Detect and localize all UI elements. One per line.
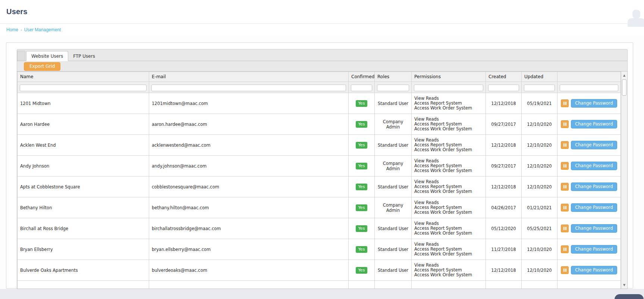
table-row: Bryan Ellsberrybryan.ellsberry@maac.comY…: [18, 239, 621, 260]
row-actions: Change Password: [557, 224, 621, 233]
filter-input-roles[interactable]: [377, 85, 409, 91]
filter-input-permissions[interactable]: [414, 85, 483, 91]
permissions-cell: View Reads: [412, 281, 486, 289]
column-header-actions[interactable]: [557, 72, 621, 82]
row-actions: Change Password: [557, 141, 621, 149]
role-cell: Standard User: [375, 135, 412, 156]
scrollbar-thumb[interactable]: [622, 79, 626, 96]
tab-ftp-users[interactable]: FTP Users: [68, 51, 100, 61]
user-avatar-icon[interactable]: [628, 10, 644, 27]
created-cell: 12/12/2018: [486, 135, 522, 156]
change-password-button[interactable]: Change Password: [571, 203, 617, 212]
breadcrumb-home-link[interactable]: Home: [6, 27, 18, 32]
updated-cell: 05/19/2021: [522, 93, 557, 114]
filter-cell: [349, 82, 375, 93]
user-name-cell: Aaron Hardee: [18, 114, 149, 135]
filter-input-actions[interactable]: [560, 85, 618, 91]
users-grid: NameE-mailConfirmedRolesPermissionsCreat…: [17, 71, 628, 289]
updated-cell: 12/10/2020: [522, 114, 557, 135]
pause-icon: [563, 248, 565, 251]
permissions-cell: View ReadsAccess Report SystemAccess Wor…: [412, 260, 486, 281]
created-cell: 12/12/2018: [486, 176, 522, 197]
filter-cell: [412, 82, 486, 93]
updated-cell: 12/10/2020: [522, 260, 557, 281]
table-row-partial: View Reads: [18, 281, 621, 289]
change-password-button[interactable]: Change Password: [571, 266, 617, 274]
vertical-scrollbar[interactable]: ▲ ▼: [621, 71, 627, 289]
disable-user-button[interactable]: [561, 120, 569, 128]
actions-cell: Change Password: [557, 197, 621, 218]
user-email-cell: andy.johnson@maac.com: [149, 156, 349, 176]
column-header-created[interactable]: Created: [486, 72, 522, 82]
chat-widget-button[interactable]: [615, 294, 644, 299]
filter-cell: [486, 82, 522, 93]
filter-input-e-mail[interactable]: [151, 85, 346, 91]
user-email-cell: bethany.hilton@maac.com: [149, 197, 349, 218]
breadcrumb: Home›User Management: [6, 27, 61, 32]
row-actions: Change Password: [557, 182, 621, 191]
row-actions: Change Password: [557, 203, 621, 212]
breadcrumb-current-link[interactable]: User Management: [24, 27, 61, 32]
created-cell: [486, 281, 522, 289]
created-cell: 12/12/2018: [486, 93, 522, 114]
disable-user-button[interactable]: [561, 141, 569, 149]
change-password-button[interactable]: Change Password: [571, 245, 617, 254]
created-cell: 04/26/2017: [486, 197, 522, 218]
column-header-permissions[interactable]: Permissions: [412, 72, 486, 82]
disable-user-button[interactable]: [561, 204, 569, 211]
user-name-cell: [18, 281, 149, 289]
tab-website-users[interactable]: Website Users: [26, 51, 68, 61]
grid-toolbar: Export Grid: [17, 61, 628, 71]
column-header-roles[interactable]: Roles: [375, 72, 412, 82]
permission-line: Access Work Order System: [414, 273, 483, 277]
export-grid-button[interactable]: Export Grid: [24, 62, 60, 71]
actions-cell: Change Password: [557, 176, 621, 197]
change-password-button[interactable]: Change Password: [571, 99, 617, 108]
table-row: Acklen West Endacklenwestend@maac.comYes…: [18, 135, 621, 156]
column-header-e-mail[interactable]: E-mail: [149, 72, 349, 82]
change-password-button[interactable]: Change Password: [571, 141, 617, 149]
users-table: NameE-mailConfirmedRolesPermissionsCreat…: [17, 71, 621, 289]
filter-cell: [522, 82, 557, 93]
confirmed-badge: Yes: [356, 225, 368, 232]
filter-cell: [18, 82, 149, 93]
column-header-confirmed[interactable]: Confirmed: [349, 72, 375, 82]
confirmed-cell: Yes: [349, 260, 375, 281]
disable-user-button[interactable]: [561, 245, 569, 253]
confirmed-badge: Yes: [356, 100, 368, 107]
filter-input-name[interactable]: [20, 85, 147, 91]
scroll-down-icon[interactable]: ▼: [621, 282, 627, 288]
row-actions: Change Password: [557, 120, 621, 128]
change-password-button[interactable]: Change Password: [571, 182, 617, 191]
pause-icon: [563, 123, 565, 126]
change-password-button[interactable]: Change Password: [571, 120, 617, 128]
disable-user-button[interactable]: [561, 99, 569, 107]
disable-user-button[interactable]: [561, 266, 569, 274]
change-password-button[interactable]: Change Password: [571, 162, 617, 170]
role-cell: Company Admin: [375, 114, 412, 135]
confirmed-cell: Yes: [349, 135, 375, 156]
user-name-cell: Apts at Cobblestone Square: [18, 176, 149, 197]
created-cell: 11/27/2018: [486, 239, 522, 260]
disable-user-button[interactable]: [561, 225, 569, 232]
disable-user-button[interactable]: [561, 183, 569, 191]
permission-line: Access Work Order System: [414, 231, 483, 236]
column-header-name[interactable]: Name: [18, 72, 149, 82]
filter-input-created[interactable]: [488, 85, 519, 91]
pause-icon: [565, 123, 566, 126]
row-actions: Change Password: [557, 266, 621, 274]
permissions-cell: View ReadsAccess Report SystemAccess Wor…: [412, 114, 486, 135]
filter-input-updated[interactable]: [524, 85, 555, 91]
table-row: Aaron Hardeeaaron.hardee@maac.comYesComp…: [18, 114, 621, 135]
column-header-updated[interactable]: Updated: [522, 72, 557, 82]
user-name-cell: Acklen West End: [18, 135, 149, 156]
disable-user-button[interactable]: [561, 162, 569, 170]
user-name-cell: Bulverde Oaks Apartments: [18, 260, 149, 281]
change-password-button[interactable]: Change Password: [571, 224, 617, 233]
scroll-up-icon[interactable]: ▲: [621, 72, 627, 78]
pause-icon: [565, 185, 566, 188]
actions-cell: Change Password: [557, 93, 621, 114]
permission-line: Access Work Order System: [414, 189, 483, 194]
filter-input-confirmed[interactable]: [351, 85, 372, 91]
page-footer-band: [0, 289, 644, 299]
